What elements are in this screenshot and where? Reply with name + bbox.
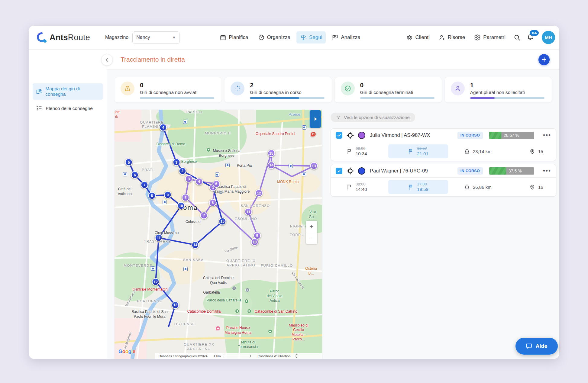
map-stop-marker-purple-13[interactable]: 13 [310, 162, 318, 170]
more-menu-button[interactable]: ••• [543, 132, 551, 139]
driver-card-julia-virmond: Julia Virmond | AS-987-WX IN CORSO 26.67… [331, 128, 556, 161]
chat-bubble-icon [526, 343, 532, 349]
transit-poi-icon [163, 200, 167, 204]
back-button[interactable] [101, 54, 113, 66]
map-stop-marker-purple-3[interactable]: 3 [185, 175, 192, 183]
logo: AntsRoute [37, 32, 90, 43]
stat-label: Giri di consegna terminati [360, 90, 413, 95]
map-stop-marker-purple-4[interactable]: 4 [195, 178, 203, 185]
zoom-out-button[interactable]: − [306, 232, 317, 244]
map-stop-marker-purple-6[interactable]: 6 [212, 180, 220, 188]
start-time: 08:0014:40 [347, 182, 367, 192]
map-stop-marker-purple-11[interactable]: 11 [245, 208, 252, 216]
sidebar-item-elenco-delle-consegne[interactable]: Elenco delle consegne [33, 102, 103, 114]
park-poi-icon [268, 329, 272, 333]
map[interactable]: riott rkPARIOLIAnieneQUARTIERE FLAMINIOM… [115, 110, 322, 359]
gauge-icon [258, 34, 265, 41]
progress-label: 26.67 % [504, 132, 519, 139]
locate-target-icon[interactable] [346, 131, 354, 139]
driver-name: Paul Wagner | 76-UYG-09 [370, 168, 454, 174]
page-title: Tracciamento in diretta [121, 56, 185, 63]
map-stop-marker-blue-13[interactable]: 13 [172, 301, 179, 309]
tracking-panel: Vedi le opzioni di visualizzazione Julia… [322, 110, 559, 359]
map-canvas [115, 110, 322, 359]
stop-count-value: 16 [538, 185, 543, 190]
driver-details: 08:0014:40 17:0019:59 26,86 km 16 [331, 178, 556, 196]
map-stop-marker-blue-4[interactable]: 4 [160, 124, 167, 131]
map-expand-button[interactable] [310, 110, 321, 128]
stat-progress [360, 97, 435, 99]
park-poi-icon [247, 309, 251, 313]
stat-value: 1 [470, 82, 525, 89]
gear-icon [474, 34, 481, 41]
map-stop-marker-purple-7[interactable]: 7 [200, 211, 208, 219]
driver-checkbox[interactable] [336, 132, 342, 139]
nav-clienti[interactable]: Clienti [402, 31, 433, 43]
add-button[interactable] [538, 54, 550, 65]
google-logo: Google [118, 349, 135, 355]
nav-pianifica[interactable]: Pianifica [216, 31, 252, 43]
map-stop-marker-purple-10[interactable]: 10 [251, 238, 258, 246]
mappin-icon [36, 89, 42, 95]
transit-poi-icon [151, 266, 155, 271]
start-time-actual: 10:34 [356, 151, 367, 157]
church-poi-icon: + [232, 286, 236, 290]
hotel-poi-icon [215, 326, 220, 331]
stop-count: 16 [529, 184, 543, 190]
stat-value: 0 [140, 82, 197, 89]
nav-analizza[interactable]: Analizza [328, 31, 364, 43]
map-stop-marker-blue-11[interactable]: 11 [155, 234, 163, 242]
driver-checkbox[interactable] [336, 168, 342, 174]
sidebar-item-mappa-dei-giri-di-consegna[interactable]: Mappa dei giri di consegna [33, 83, 103, 100]
map-stop-marker-blue-10[interactable]: 10 [177, 202, 185, 210]
play-icon [313, 117, 318, 121]
park-poi-icon [235, 309, 239, 313]
map-stop-marker-blue-3[interactable]: 3 [173, 159, 180, 166]
more-menu-button[interactable]: ••• [543, 167, 551, 174]
map-stop-marker-blue-14[interactable]: 14 [192, 241, 199, 249]
antsroute-logo-icon [37, 32, 47, 43]
distance: 23,14 km [464, 148, 492, 155]
map-stop-marker-blue-6[interactable]: 6 [131, 171, 139, 179]
progress-label: 37.5 % [509, 167, 522, 175]
map-stop-marker-blue-8[interactable]: 8 [148, 192, 156, 199]
flagchart-icon [332, 34, 338, 41]
terms-link[interactable]: Conditions d'utilisation [257, 354, 290, 358]
filter-options-button[interactable]: Vedi le opzioni di visualizzazione [331, 113, 415, 122]
end-time-planned: 17:00 [417, 182, 428, 187]
locate-target-icon[interactable] [346, 167, 354, 175]
map-stop-marker-blue-12[interactable]: 12 [152, 278, 160, 286]
map-stop-marker-blue-7[interactable]: 7 [141, 181, 148, 189]
nav-segui[interactable]: Segui [296, 31, 326, 43]
map-stop-marker-blue-5[interactable]: 5 [125, 159, 133, 166]
notifications-button[interactable]: 166 [525, 31, 536, 44]
app-window: AntsRoute Magazzino Nancy ▼ PianificaOrg… [29, 26, 559, 359]
scale-label: 1 km [214, 354, 221, 358]
map-stop-marker-purple-8[interactable]: 8 [209, 199, 216, 206]
map-stop-marker-blue-2[interactable]: 2 [179, 167, 186, 175]
distance: 26,86 km [464, 184, 492, 190]
map-stop-marker-purple-15[interactable]: 15 [267, 150, 275, 157]
nav-organizza[interactable]: Organizza [254, 31, 294, 43]
nav-parametri[interactable]: Parametri [470, 31, 509, 43]
map-stop-marker-purple-14[interactable]: 14 [268, 161, 275, 169]
report-issue-icon[interactable] [295, 354, 298, 358]
warehouse-select[interactable]: Nancy ▼ [132, 31, 180, 44]
map-stop-marker-purple-5[interactable]: 5 [182, 194, 189, 201]
stats-row: 0 Giri di consegna non avviati 2 Giri di… [107, 70, 559, 102]
help-button[interactable]: Aide [515, 338, 558, 355]
checklist-icon [36, 105, 42, 111]
warehouse-label: Magazzino [105, 35, 128, 40]
map-stop-marker-blue-9[interactable]: 9 [164, 191, 171, 199]
map-stop-marker-purple-12[interactable]: 12 [255, 189, 263, 197]
map-stop-marker-blue-15[interactable]: 15 [219, 217, 226, 225]
search-button[interactable] [511, 31, 523, 43]
transit-poi-icon [225, 163, 230, 167]
zoom-in-button[interactable]: + [306, 221, 317, 232]
stat-card-giri-di-consegna-non-avviati: 0 Giri di consegna non avviati [115, 77, 221, 102]
transit-poi-icon [302, 172, 306, 176]
nav-risorse[interactable]: Risorse [435, 31, 469, 43]
spinner-icon [231, 82, 244, 95]
stat-card-giri-di-consegna-in-corso: 2 Giri di consegna in corso [225, 77, 331, 102]
avatar[interactable]: MH [542, 31, 555, 44]
